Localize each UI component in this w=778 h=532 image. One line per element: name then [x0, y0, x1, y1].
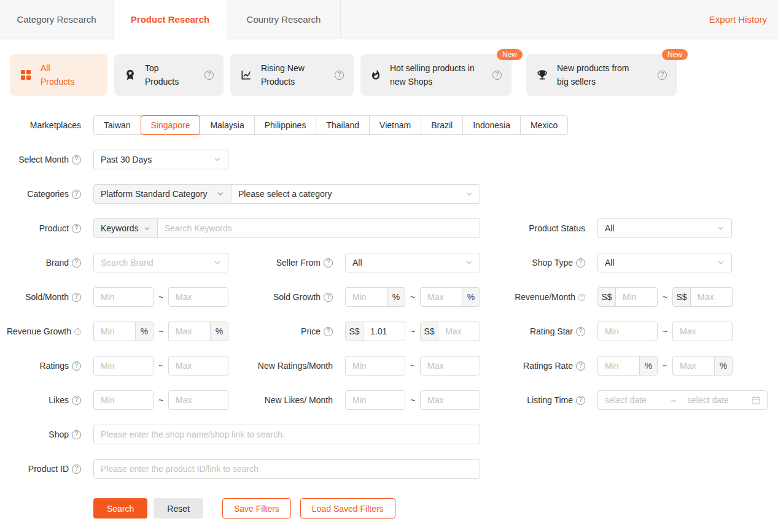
reset-button[interactable]: Reset [154, 498, 203, 519]
card-new-products-big-sellers[interactable]: New New products from big sellers ? [526, 54, 677, 96]
percent-unit: % [639, 356, 658, 376]
new-likes-month-max-input[interactable] [420, 390, 480, 410]
help-icon[interactable]: ? [72, 258, 81, 268]
seller-from-dropdown[interactable]: All [345, 253, 480, 272]
help-icon[interactable]: ? [324, 258, 333, 268]
marketplace-taiwan[interactable]: Taiwan [93, 115, 141, 135]
rating-star-min-input[interactable] [597, 322, 658, 341]
marketplace-malaysia[interactable]: Malaysia [200, 115, 254, 135]
product-id-input[interactable] [93, 459, 480, 479]
category-placeholder: Please select a category [238, 189, 332, 199]
help-icon[interactable]: ? [576, 327, 585, 336]
help-icon[interactable]: ? [72, 293, 81, 302]
product-status-dropdown[interactable]: All [597, 218, 732, 238]
range-separator: ~ [405, 361, 420, 371]
new-likes-month-label: New Likes/ Month [228, 395, 333, 405]
new-ratings-month-max-input[interactable] [420, 356, 480, 376]
product-label: Product? [0, 223, 81, 233]
help-icon[interactable]: ? [335, 71, 344, 80]
product-status-value: All [605, 223, 615, 233]
marketplace-philippines[interactable]: Philippines [254, 115, 317, 135]
sold-month-min-input[interactable] [93, 287, 154, 307]
likes-label: Likes? [0, 395, 81, 405]
filter-row-revenue-growth: Revenue Growth? % ~ % Price? S$ ~ S$ Rat… [0, 322, 778, 341]
help-icon[interactable]: ? [72, 155, 81, 164]
new-likes-month-min-input[interactable] [345, 390, 405, 410]
card-label: Top Products [145, 61, 184, 88]
save-filters-button[interactable]: Save Filters [222, 498, 291, 519]
help-icon[interactable]: ? [576, 361, 585, 371]
card-hot-selling-new-shops[interactable]: New Hot selling products in new Shops ? [360, 54, 512, 96]
chevron-down-icon [717, 225, 725, 232]
ratings-min-input[interactable] [93, 356, 154, 376]
rating-star-label: Rating Star? [480, 326, 585, 336]
search-button[interactable]: Search [93, 498, 147, 519]
range-separator: ~ [658, 326, 672, 336]
card-rising-new-products[interactable]: Rising New Products ? [230, 54, 354, 96]
sold-growth-min-input[interactable] [345, 287, 387, 307]
rating-star-max-input[interactable] [672, 322, 733, 341]
marketplace-indonesia[interactable]: Indonesia [462, 115, 521, 135]
shop-type-value: All [605, 258, 615, 268]
marketplace-vietnam[interactable]: Vietnam [369, 115, 421, 135]
brand-search-dropdown[interactable]: Search Brand [93, 253, 228, 272]
help-icon[interactable]: ? [658, 71, 667, 80]
likes-max-input[interactable] [168, 390, 228, 410]
help-icon[interactable]: ? [492, 71, 502, 80]
help-icon[interactable]: ? [72, 190, 81, 199]
tab-category-research[interactable]: Category Research [0, 0, 114, 39]
new-ratings-month-label: New Ratings/Month [228, 361, 333, 371]
marketplace-brazil[interactable]: Brazil [421, 115, 463, 135]
revenue-month-max-input[interactable] [691, 287, 733, 307]
new-ratings-month-min-input[interactable] [345, 356, 405, 376]
price-min-input[interactable] [364, 322, 405, 341]
help-icon[interactable]: ? [578, 294, 585, 301]
revenue-month-min-input[interactable] [616, 287, 658, 307]
help-icon[interactable]: ? [72, 465, 81, 474]
category-select-dropdown[interactable]: Please select a category [231, 184, 480, 204]
listing-time-range-picker[interactable]: select date – select date [597, 390, 768, 410]
apps-grid-icon [20, 69, 32, 81]
ratings-rate-max-input[interactable] [672, 356, 714, 376]
select-month-dropdown[interactable]: Past 30 Days [93, 150, 228, 169]
product-keywords-input[interactable] [158, 218, 480, 238]
help-icon[interactable]: ? [576, 258, 585, 268]
sold-growth-max-input[interactable] [420, 287, 462, 307]
help-icon[interactable]: ? [72, 430, 81, 439]
shop-type-dropdown[interactable]: All [597, 253, 732, 272]
help-icon[interactable]: ? [72, 361, 81, 371]
chevron-down-icon [214, 259, 221, 266]
help-icon[interactable]: ? [72, 224, 81, 233]
shop-search-input[interactable] [93, 425, 480, 444]
percent-unit: % [387, 287, 405, 307]
help-icon[interactable]: ? [324, 327, 333, 336]
product-search-mode-dropdown[interactable]: Keywords [93, 218, 158, 238]
marketplace-mexico[interactable]: Mexico [520, 115, 568, 135]
help-icon[interactable]: ? [324, 293, 333, 302]
revenue-growth-max-input[interactable] [168, 322, 210, 341]
help-icon[interactable]: ? [74, 328, 81, 335]
filter-row-ratings: Ratings? ~ New Ratings/Month ~ Ratings R… [0, 356, 778, 376]
load-saved-filters-button[interactable]: Load Saved Filters [300, 498, 395, 519]
sold-month-max-input[interactable] [168, 287, 228, 307]
card-top-products[interactable]: Top Products ? [114, 54, 224, 96]
help-icon[interactable]: ? [576, 396, 585, 405]
marketplace-singapore[interactable]: Singapore [141, 115, 201, 135]
export-history-link[interactable]: Export History [709, 0, 778, 39]
ratings-rate-min-input[interactable] [597, 356, 639, 376]
help-icon[interactable]: ? [204, 71, 214, 80]
help-icon[interactable]: ? [72, 396, 81, 405]
tab-country-research[interactable]: Country Research [227, 0, 341, 39]
marketplace-thailand[interactable]: Thailand [316, 115, 370, 135]
range-separator: ~ [405, 326, 420, 336]
shop-label: Shop? [0, 430, 81, 439]
tab-product-research[interactable]: Product Research [114, 0, 227, 39]
price-max-input[interactable] [438, 322, 480, 341]
likes-min-input[interactable] [93, 390, 154, 410]
revenue-growth-min-input[interactable] [93, 322, 135, 341]
ratings-rate-label: Ratings Rate? [480, 361, 585, 371]
category-type-dropdown[interactable]: Platform Standard Category [93, 184, 231, 204]
export-history-label: Export History [709, 14, 767, 25]
card-all-products[interactable]: All Products [10, 54, 107, 96]
ratings-max-input[interactable] [168, 356, 228, 376]
